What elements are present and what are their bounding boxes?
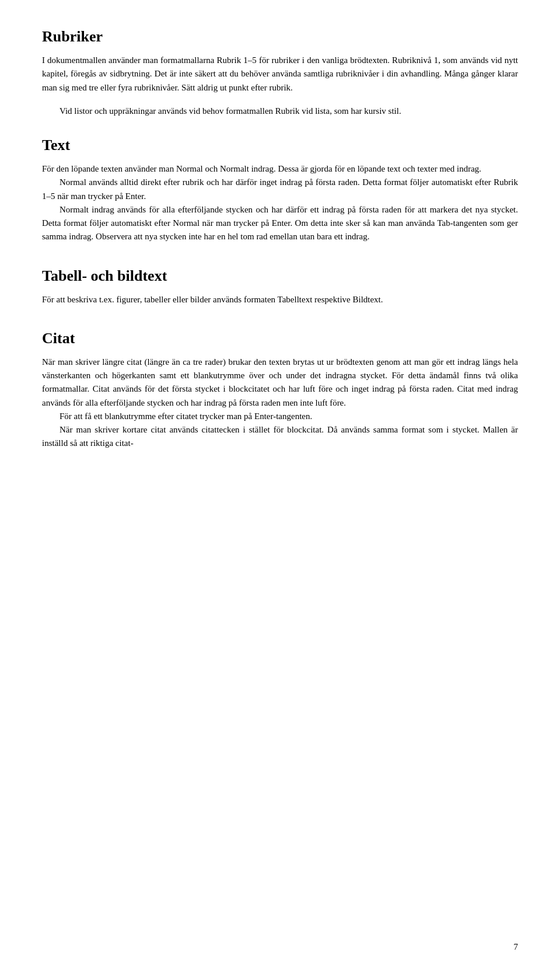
text-para-2: Normal används alltid direkt efter rubri… xyxy=(42,176,518,203)
section-citat: Citat När man skriver längre citat (läng… xyxy=(42,330,518,451)
text-para-3: Normalt indrag används för alla efterföl… xyxy=(42,203,518,244)
heading-text: Text xyxy=(42,137,518,154)
heading-rubriker: Rubriker xyxy=(42,28,518,46)
heading-citat: Citat xyxy=(42,330,518,347)
section-rubriker: Rubriker I dokumentmallen använder man f… xyxy=(42,28,518,118)
rubriker-para-2: Vid listor och uppräkningar används vid … xyxy=(42,104,518,118)
page-number: 7 xyxy=(514,942,519,952)
page: Rubriker I dokumentmallen använder man f… xyxy=(0,0,560,973)
section-text: Text För den löpande texten använder man… xyxy=(42,137,518,244)
text-para-1: För den löpande texten använder man Norm… xyxy=(42,162,518,176)
citat-para-2: För att få ett blankutrymme efter citate… xyxy=(42,410,518,423)
tabell-para-1: För att beskriva t.ex. figurer, tabeller… xyxy=(42,293,518,306)
rubriker-para-1: I dokumentmallen använder man formatmall… xyxy=(42,54,518,95)
citat-para-3: När man skriver kortare citat används ci… xyxy=(42,423,518,451)
section-tabell: Tabell- och bildtext För att beskriva t.… xyxy=(42,267,518,306)
citat-para-1: När man skriver längre citat (längre än … xyxy=(42,355,518,410)
heading-tabell: Tabell- och bildtext xyxy=(42,267,518,285)
